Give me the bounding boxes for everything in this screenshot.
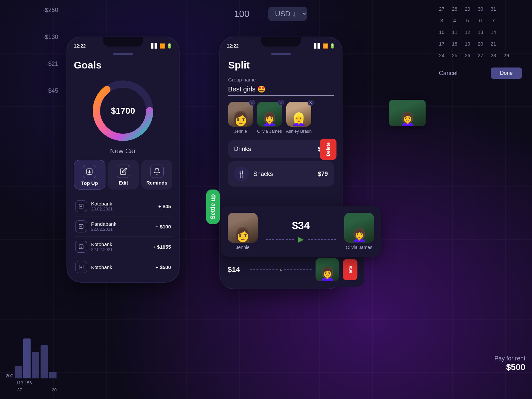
- snacks-icon: 🍴: [234, 167, 249, 181]
- p2-dashed-line: [250, 269, 278, 270]
- transaction-item-1: Kotobank 23.02.2021 + $45: [74, 196, 172, 216]
- cal-7[interactable]: 7: [487, 15, 499, 26]
- cal-17[interactable]: 17: [436, 38, 448, 49]
- cal-29[interactable]: 29: [462, 3, 474, 14]
- calendar-grid: 27 28 29 30 31 3 4 5 6 7 10 11 12 13 14 …: [436, 3, 525, 61]
- top-up-button[interactable]: Top Up: [74, 160, 105, 190]
- chart-label-1: -$250: [3, 7, 63, 14]
- cal-empty3: [500, 15, 512, 26]
- cal-6[interactable]: 6: [474, 15, 487, 26]
- chart-label-3: -$21: [3, 61, 63, 67]
- payment-card-2: $14 ▲ lete: [221, 253, 364, 287]
- transaction-amount-2: + $100: [156, 224, 171, 229]
- cal-31[interactable]: 31: [487, 3, 499, 14]
- cal-11[interactable]: 11: [449, 27, 461, 38]
- payment-card-1: Jennie $34 ▶ Olivia James: [221, 206, 381, 257]
- olivia-remove-btn[interactable]: ✕: [278, 100, 284, 106]
- goals-title: Goals: [74, 60, 172, 71]
- phone1-time: 12:22: [74, 43, 86, 49]
- p2-delete-btn[interactable]: lete: [343, 259, 357, 280]
- right-calendar: 27 28 29 30 31 3 4 5 6 7 10 11 12 13 14 …: [429, 0, 532, 82]
- cal-27b[interactable]: 27: [474, 50, 487, 61]
- ashley-remove-btn[interactable]: ✕: [308, 100, 314, 106]
- top-input-area: USD ↓ EUR ↓: [225, 7, 307, 21]
- drag-indicator: [67, 53, 179, 55]
- cal-3[interactable]: 3: [436, 15, 448, 26]
- bar-2: [23, 338, 31, 378]
- jennie-avatar-img: [228, 102, 253, 127]
- transaction-name-1: Kotobank: [91, 201, 158, 206]
- cal-30[interactable]: 30: [474, 3, 487, 14]
- payment-amount: $34: [292, 219, 310, 232]
- delete-drinks-btn[interactable]: Delete: [320, 139, 336, 160]
- cal-29b[interactable]: 29: [500, 50, 512, 61]
- signal-icon: ▋▋: [151, 43, 158, 49]
- cal-18[interactable]: 18: [449, 38, 461, 49]
- split-title: Split: [228, 60, 334, 71]
- olivia-avatar-img: [257, 102, 282, 127]
- cal-10[interactable]: 10: [436, 27, 448, 38]
- group-name-label: Group name: [228, 77, 334, 82]
- ashley-avatar-img: [286, 102, 311, 127]
- cal-26[interactable]: 26: [462, 50, 474, 61]
- members-row: ✕ Jennie ✕ Olivia James ✕ Ashley Braun: [228, 102, 334, 134]
- phone2-time: 12:22: [227, 43, 239, 49]
- arrow-icon: ▶: [298, 235, 304, 244]
- transaction-name-3: Kotobank: [91, 241, 153, 247]
- phone1-goals: 12:22 ▋▋ 📶 🔋 Goals: [66, 37, 180, 283]
- p2-arrow-area: ▲: [250, 267, 312, 272]
- transaction-item-4: Kotobank + $500: [74, 257, 172, 277]
- cal-25[interactable]: 25: [449, 50, 461, 61]
- dashed-line-2: [308, 239, 336, 240]
- cal-28b[interactable]: 28: [487, 50, 499, 61]
- ashley-photo: [286, 102, 311, 127]
- reminds-button[interactable]: Reminds: [141, 160, 172, 190]
- edit-button[interactable]: Edit: [108, 160, 139, 190]
- transaction-amount-1: + $45: [158, 203, 171, 209]
- calendar-actions: Cancel Done: [436, 67, 525, 79]
- expense-snacks-name: Snacks: [253, 171, 318, 178]
- payment-arrow-area: $34 ▶: [263, 219, 339, 244]
- payer-photo: [228, 213, 258, 243]
- member-jennie: ✕ Jennie: [228, 102, 253, 134]
- expense-snacks-amount: $79: [318, 171, 328, 178]
- bar-3: [32, 352, 39, 378]
- settle-up-button[interactable]: Settle up: [206, 190, 220, 224]
- expense-drinks-name: Drinks: [234, 146, 318, 153]
- cal-4[interactable]: 4: [449, 15, 461, 26]
- group-name-input[interactable]: [228, 85, 334, 96]
- jennie-remove-btn[interactable]: ✕: [249, 100, 255, 106]
- cal-20[interactable]: 20: [474, 38, 487, 49]
- pay-rent-area: Pay for rent $500: [494, 355, 525, 372]
- p2-dashed-line-2: [284, 269, 312, 270]
- cal-27[interactable]: 27: [436, 3, 448, 14]
- amount-input[interactable]: [225, 9, 258, 19]
- p2-avatar: [316, 258, 339, 281]
- currency-selector[interactable]: USD ↓ EUR ↓: [268, 7, 307, 21]
- bar-label-20: 20: [51, 387, 58, 392]
- cal-14[interactable]: 14: [487, 27, 499, 38]
- cal-24[interactable]: 24: [436, 50, 448, 61]
- edit-icon: [117, 165, 130, 178]
- reminds-label: Reminds: [146, 180, 167, 186]
- chart-label-2: -$130: [3, 34, 63, 41]
- cal-21[interactable]: 21: [487, 38, 499, 49]
- cal-5[interactable]: 5: [462, 15, 474, 26]
- transaction-name-2: Pandabank: [91, 221, 156, 227]
- cal-19[interactable]: 19: [462, 38, 474, 49]
- done-button[interactable]: Done: [491, 67, 522, 79]
- transaction-icon-1: [75, 200, 87, 212]
- donut-chart-container: $1700: [74, 77, 172, 144]
- bar-max-label: 200: [3, 373, 13, 378]
- cal-empty7: [500, 38, 512, 49]
- bar-4: [41, 345, 48, 378]
- arrow-row: ▶: [263, 235, 339, 244]
- cal-12[interactable]: 12: [462, 27, 474, 38]
- transaction-info-1: Kotobank 23.02.2021: [91, 201, 158, 211]
- right-thumbnail[interactable]: [389, 100, 426, 126]
- cal-28[interactable]: 28: [449, 3, 461, 14]
- cancel-button[interactable]: Cancel: [439, 70, 458, 77]
- bar-container: 200: [3, 338, 63, 378]
- member-ashley: ✕ Ashley Braun: [286, 102, 312, 134]
- cal-13[interactable]: 13: [474, 27, 487, 38]
